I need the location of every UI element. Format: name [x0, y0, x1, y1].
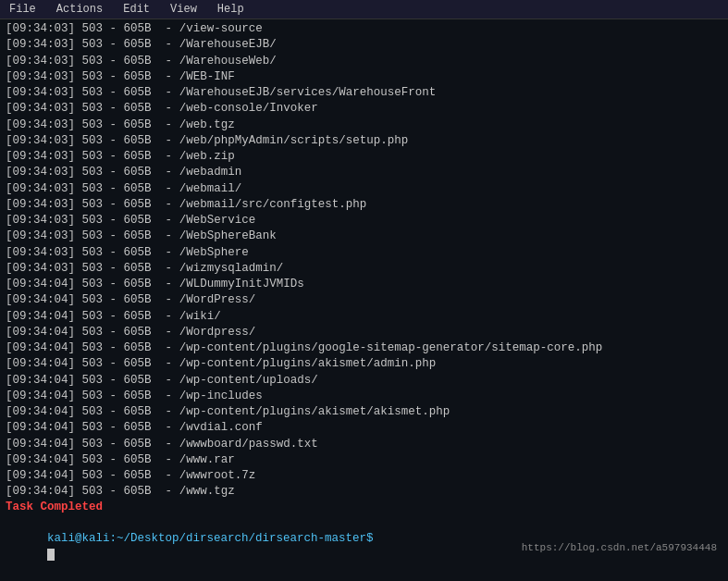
terminal-line: [09:34:04] 503 - 605B - /wp-includes — [6, 389, 722, 404]
bottom-bar: Task Completed kali@kali:~/Desktop/dirse… — [0, 498, 728, 581]
terminal-line: [09:34:04] 503 - 605B - /wwwboard/passwd… — [6, 437, 722, 452]
terminal-line: [09:34:03] 503 - 605B - /webadmin — [6, 165, 722, 180]
terminal-line: [09:34:03] 503 - 605B - /WebSphere — [6, 245, 722, 261]
task-completed-line: Task Completed — [6, 500, 722, 515]
terminal-line: [09:34:04] 503 - 605B - /wvdial.conf — [6, 420, 722, 436]
terminal-line: [09:34:04] 503 - 605B - /wp-content/plug… — [6, 356, 722, 372]
terminal-line: [09:34:03] 503 - 605B - /WEB-INF — [6, 69, 722, 85]
terminal-line: [09:34:04] 503 - 605B - /Wordpress/ — [6, 325, 722, 340]
terminal-line: [09:34:04] 503 - 605B - /wwwroot.7z — [6, 468, 722, 484]
cursor — [47, 549, 55, 561]
terminal-line: [09:34:04] 503 - 605B - /wp-content/uplo… — [6, 373, 722, 389]
terminal-line: [09:34:03] 503 - 605B - /WebService — [6, 213, 722, 229]
watermark: https://blog.csdn.net/a597934448 — [522, 542, 717, 553]
menu-item-help[interactable]: Help — [216, 2, 246, 17]
terminal-line: [09:34:04] 503 - 605B - /www.rar — [6, 452, 722, 468]
terminal-line: [09:34:04] 503 - 605B - /wp-content/plug… — [6, 404, 722, 420]
terminal-line: [09:34:04] 503 - 605B - /WordPress/ — [6, 292, 722, 308]
menu-item-edit[interactable]: Edit — [121, 2, 152, 17]
menubar: FileActionsEditViewHelp — [0, 0, 728, 19]
terminal-line: [09:34:03] 503 - 605B - /web.tgz — [6, 117, 722, 133]
output-area: [09:34:03] 503 - 605B - /view-source[09:… — [0, 19, 728, 498]
terminal-line: [09:34:03] 503 - 605B - /webmail/ — [6, 181, 722, 197]
menu-item-file[interactable]: File — [7, 2, 38, 17]
terminal-line: [09:34:03] 503 - 605B - /wizmysqladmin/ — [6, 261, 722, 277]
terminal-line: [09:34:04] 503 - 605B - /wp-content/plug… — [6, 340, 722, 356]
terminal-line: [09:34:04] 503 - 605B - /www.tgz — [6, 484, 722, 498]
terminal-line: [09:34:03] 503 - 605B - /web/phpMyAdmin/… — [6, 133, 722, 149]
terminal-line: [09:34:03] 503 - 605B - /WarehouseEJB/se… — [6, 85, 722, 101]
menu-item-view[interactable]: View — [168, 2, 199, 17]
terminal-line: [09:34:03] 503 - 605B - /webmail/src/con… — [6, 197, 722, 213]
terminal-line: [09:34:03] 503 - 605B - /WarehouseWeb/ — [6, 54, 722, 69]
menu-item-actions[interactable]: Actions — [55, 2, 105, 17]
lines-container: [09:34:03] 503 - 605B - /view-source[09:… — [6, 21, 722, 498]
terminal-line: [09:34:04] 503 - 605B - /WLDummyInitJVMI… — [6, 277, 722, 292]
terminal-line: [09:34:03] 503 - 605B - /WarehouseEJB/ — [6, 37, 722, 53]
terminal-line: [09:34:04] 503 - 605B - /wiki/ — [6, 309, 722, 325]
prompt-text: kali@kali:~/Desktop/dirsearch/dirsearch-… — [47, 532, 380, 545]
terminal-line: [09:34:03] 503 - 605B - /web.zip — [6, 149, 722, 165]
terminal-line: [09:34:03] 503 - 605B - /view-source — [6, 21, 722, 37]
terminal-line: [09:34:03] 503 - 605B - /WebSphereBank — [6, 229, 722, 244]
terminal: FileActionsEditViewHelp [09:34:03] 503 -… — [0, 0, 728, 581]
terminal-line: [09:34:03] 503 - 605B - /web-console/Inv… — [6, 101, 722, 117]
